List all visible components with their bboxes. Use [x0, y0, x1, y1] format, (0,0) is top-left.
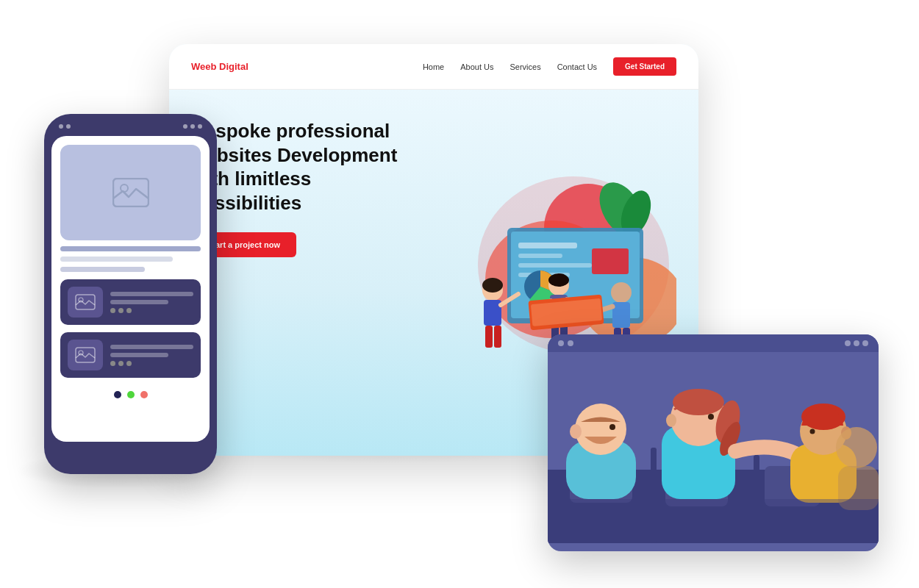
svg-point-56	[708, 414, 714, 420]
phone-dot-dark3	[126, 308, 132, 313]
svg-point-61	[810, 429, 815, 434]
svg-point-26	[548, 273, 569, 287]
phone-dot-2	[66, 124, 71, 129]
svg-point-63	[836, 427, 877, 468]
phone-notch-right-dots	[183, 124, 202, 129]
phone-card-line-1b	[110, 300, 168, 304]
video-top-bar	[548, 334, 879, 352]
phone-text-line-3	[60, 267, 145, 272]
video-dot-5	[862, 340, 868, 346]
phone-dot-dark5	[118, 361, 124, 366]
phone-cards-container	[51, 272, 210, 385]
phone-image-icon	[112, 178, 149, 207]
video-top-right-dots	[845, 340, 868, 346]
svg-rect-8	[518, 243, 577, 248]
phone-card-1-text	[110, 292, 193, 313]
phone-card-2-image	[68, 340, 103, 370]
phone-card-1-dots	[110, 308, 193, 313]
nav-cta-button[interactable]: Get Started	[613, 57, 676, 76]
video-dot-1	[558, 340, 564, 346]
phone-hero-image	[60, 145, 201, 240]
svg-point-57	[666, 414, 676, 427]
nav-home[interactable]: Home	[423, 62, 444, 71]
svg-rect-12	[592, 248, 629, 274]
svg-point-55	[673, 389, 724, 415]
svg-point-48	[575, 404, 626, 455]
phone-mockup	[44, 114, 217, 474]
desktop-brand: Weeb Digital	[191, 61, 248, 72]
video-dot-3	[845, 340, 851, 346]
svg-rect-65	[548, 499, 879, 543]
svg-rect-15	[484, 300, 501, 326]
desktop-hero-text: Bespoke professional websites Developmen…	[191, 112, 426, 446]
svg-rect-28	[612, 302, 630, 328]
svg-rect-34	[113, 179, 149, 207]
svg-point-49	[609, 424, 615, 430]
phone-card-2-image-icon	[75, 347, 96, 363]
phone-dot-dark4	[110, 361, 115, 366]
video-top-left-dots	[558, 340, 573, 346]
phone-dot-5	[198, 124, 202, 129]
phone-screen	[51, 136, 210, 442]
phone-card-line-1a	[110, 292, 193, 296]
phone-card-1-image-icon	[75, 294, 96, 310]
main-scene: Weeb Digital Home About Us Services Cont…	[0, 0, 919, 588]
svg-point-19	[482, 278, 503, 293]
phone-card-2	[60, 332, 201, 378]
video-dot-4	[854, 340, 859, 346]
svg-rect-16	[485, 326, 493, 348]
hero-heading: Bespoke professional websites Developmen…	[191, 119, 426, 215]
phone-notch-left-dots	[59, 124, 71, 129]
svg-point-50	[570, 424, 582, 439]
svg-point-27	[611, 282, 632, 303]
phone-notch-bar	[51, 124, 210, 129]
nav-services[interactable]: Services	[509, 62, 540, 71]
phone-card-line-2a	[110, 345, 193, 349]
svg-rect-9	[518, 254, 562, 258]
nav-contact[interactable]: Contact Us	[557, 62, 597, 71]
phone-card-2-dots	[110, 361, 193, 366]
phone-card-2-text	[110, 345, 193, 366]
phone-dot-1	[59, 124, 63, 129]
nav-about[interactable]: About Us	[460, 62, 493, 71]
phone-pagination-dot-2	[127, 391, 135, 398]
phone-text-line-1	[60, 246, 201, 251]
phone-dot-4	[190, 124, 195, 129]
video-mockup	[548, 334, 879, 551]
svg-point-35	[121, 184, 128, 192]
phone-text-line-2	[60, 257, 173, 262]
video-scene-svg	[548, 352, 879, 543]
phone-pagination-dot-1	[114, 391, 121, 398]
svg-rect-17	[494, 326, 501, 348]
phone-dot-dark2	[118, 308, 124, 313]
phone-pagination-dot-3	[140, 391, 148, 398]
svg-rect-10	[518, 263, 592, 268]
phone-bottom-dots	[51, 385, 210, 401]
video-dot-2	[568, 340, 573, 346]
phone-dot-3	[183, 124, 187, 129]
desktop-nav-links: Home About Us Services Contact Us Get St…	[423, 57, 676, 76]
desktop-navbar: Weeb Digital Home About Us Services Cont…	[169, 44, 698, 90]
phone-card-1-image	[68, 287, 103, 318]
phone-text-area	[51, 246, 210, 272]
phone-dot-dark	[110, 308, 115, 313]
phone-dot-dark6	[126, 361, 132, 366]
phone-card-line-2b	[110, 353, 168, 357]
video-content	[548, 352, 879, 543]
phone-card-1	[60, 279, 201, 325]
